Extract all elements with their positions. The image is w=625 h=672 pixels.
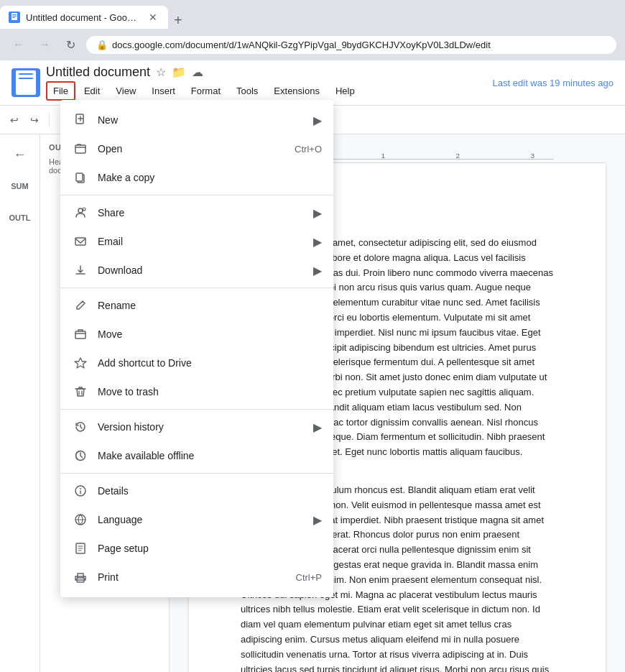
sidebar-back-button[interactable]: ← <box>6 140 34 169</box>
left-sidebar: ← SUM OUTL <box>0 134 40 672</box>
menu-section-5: Details Language ▶ Page setup <box>60 473 333 594</box>
last-edit-text: Last edit was 19 minutes ago <box>493 78 614 88</box>
print-shortcut: Ctrl+P <box>296 572 322 583</box>
svg-rect-11 <box>76 173 83 181</box>
menu-file[interactable]: File <box>46 81 75 101</box>
svg-rect-14 <box>75 238 85 245</box>
menu-view[interactable]: View <box>108 81 143 101</box>
rename-label: Rename <box>98 300 322 311</box>
cloud-icon[interactable]: ☁ <box>192 65 203 79</box>
copy-label: Make a copy <box>98 172 322 183</box>
folder-icon[interactable]: 📁 <box>172 65 186 79</box>
menu-format[interactable]: Format <box>184 81 228 101</box>
email-icon <box>72 233 89 250</box>
menu-item-version-history[interactable]: Version history ▶ <box>60 413 333 441</box>
menu-item-page-setup[interactable]: Page setup <box>60 534 333 563</box>
svg-rect-1 <box>12 14 17 15</box>
undo-button[interactable]: ↩ <box>6 111 23 129</box>
svg-point-18 <box>80 488 81 489</box>
shortcut-label: Add shortcut to Drive <box>98 357 322 369</box>
menu-item-new[interactable]: New ▶ <box>60 106 333 134</box>
svg-point-12 <box>78 208 83 213</box>
menu-item-share[interactable]: Share ▶ <box>60 198 333 227</box>
sidebar-summary-button[interactable]: SUM <box>6 172 34 201</box>
menu-item-shortcut[interactable]: Add shortcut to Drive <box>60 349 333 377</box>
forward-button[interactable]: → <box>34 34 55 55</box>
menu-item-open[interactable]: Open Ctrl+O <box>60 134 333 163</box>
doc-info: Untitled document ☆ 📁 ☁ File Edit View I… <box>46 65 487 101</box>
menu-item-rename[interactable]: Rename <box>60 291 333 320</box>
menu-item-language[interactable]: Language ▶ <box>60 505 333 534</box>
file-menu-dropdown: New ▶ Open Ctrl+O Make a copy <box>60 100 333 597</box>
trash-label: Move to trash <box>98 386 322 397</box>
menu-insert[interactable]: Insert <box>144 81 182 101</box>
new-arrow: ▶ <box>313 114 322 127</box>
download-arrow: ▶ <box>313 264 322 277</box>
divider-1 <box>49 113 50 127</box>
menu-edit[interactable]: Edit <box>77 81 107 101</box>
sidebar-outline-button[interactable]: OUTL <box>6 203 34 232</box>
doc-title[interactable]: Untitled document <box>46 65 150 80</box>
refresh-button[interactable]: ↻ <box>60 34 80 55</box>
back-button[interactable]: ← <box>9 34 29 55</box>
menu-bar: File Edit View Insert Format Tools Exten… <box>46 81 487 101</box>
open-label: Open <box>98 143 295 155</box>
page-setup-label: Page setup <box>98 543 322 554</box>
menu-tools[interactable]: Tools <box>229 81 265 101</box>
svg-rect-3 <box>12 17 15 18</box>
tab-title: Untitled document - Google Doc <box>26 12 141 23</box>
email-arrow: ▶ <box>313 235 322 249</box>
menu-item-print[interactable]: Print Ctrl+P <box>60 563 333 592</box>
url-bar[interactable]: 🔒 docs.google.com/document/d/1wANQkil-Gz… <box>86 36 616 54</box>
menu-item-offline[interactable]: Make available offline <box>60 441 333 470</box>
menu-item-email[interactable]: Email ▶ <box>60 227 333 256</box>
globe-icon <box>72 511 89 528</box>
email-label: Email <box>98 236 313 247</box>
menu-help[interactable]: Help <box>328 81 362 101</box>
history-icon <box>72 418 89 436</box>
menu-extensions[interactable]: Extensions <box>267 81 327 101</box>
info-icon <box>72 482 89 500</box>
language-label: Language <box>98 514 313 525</box>
menu-item-trash[interactable]: Move to trash <box>60 377 333 406</box>
svg-text:2: 2 <box>455 151 460 159</box>
svg-point-22 <box>83 578 85 579</box>
menu-item-move[interactable]: Move <box>60 320 333 349</box>
offline-icon <box>72 447 89 464</box>
shortcut-drive-icon <box>72 354 89 372</box>
tab-close-button[interactable]: ✕ <box>147 11 159 24</box>
move-icon <box>72 326 89 343</box>
address-bar: ← → ↻ 🔒 docs.google.com/document/d/1wANQ… <box>0 29 625 60</box>
print-label: Print <box>98 571 296 583</box>
menu-section-1: New ▶ Open Ctrl+O Make a copy <box>60 103 333 195</box>
print-icon <box>72 569 89 586</box>
new-doc-icon <box>72 111 89 129</box>
copy-icon <box>72 169 89 186</box>
svg-text:3: 3 <box>531 151 535 159</box>
new-tab-button[interactable]: + <box>168 12 188 29</box>
version-history-label: Version history <box>98 421 313 433</box>
menu-item-details[interactable]: Details <box>60 477 333 505</box>
move-label: Move <box>98 328 322 340</box>
menu-item-download[interactable]: Download ▶ <box>60 256 333 285</box>
active-tab[interactable]: Untitled document - Google Doc ✕ <box>0 6 168 29</box>
menu-section-2: Share ▶ Email ▶ Download ▶ <box>60 195 333 287</box>
download-icon <box>72 262 89 279</box>
doc-title-row: Untitled document ☆ 📁 ☁ <box>46 65 487 80</box>
open-icon <box>72 140 89 157</box>
tab-bar: Untitled document - Google Doc ✕ + <box>0 0 625 29</box>
star-icon[interactable]: ☆ <box>156 65 166 79</box>
svg-rect-2 <box>12 16 17 17</box>
trash-icon <box>72 383 89 400</box>
browser-chrome: Untitled document - Google Doc ✕ + ← → ↻… <box>0 0 625 60</box>
details-label: Details <box>98 485 322 497</box>
lock-icon: 🔒 <box>96 40 108 50</box>
new-label: New <box>98 114 313 126</box>
version-history-arrow: ▶ <box>313 420 322 434</box>
offline-label: Make available offline <box>98 450 322 461</box>
redo-button[interactable]: ↪ <box>26 111 43 129</box>
menu-item-copy[interactable]: Make a copy <box>60 163 333 192</box>
docs-icon-inner <box>16 70 36 95</box>
svg-rect-9 <box>75 145 85 153</box>
share-arrow: ▶ <box>313 206 322 220</box>
